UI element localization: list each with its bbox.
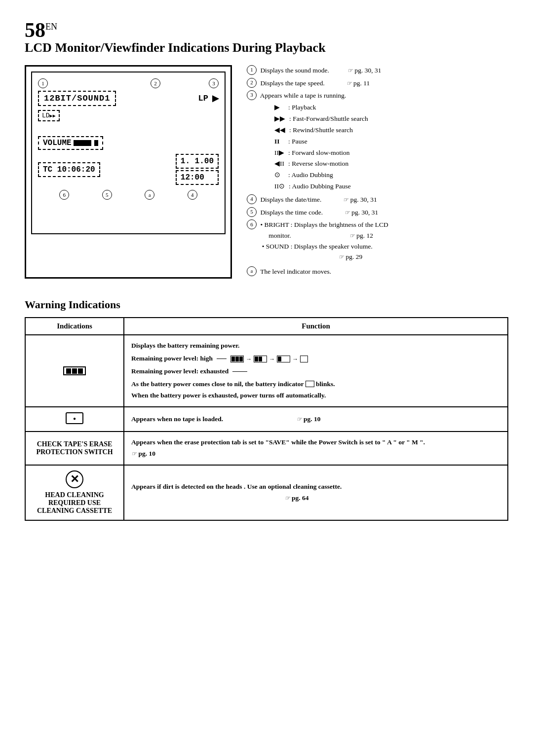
play-icon: ▶ [212,93,219,104]
head-cleaning-function: Appears if dirt is detected on the heads… [124,465,508,520]
callout-5: 5 [102,190,112,200]
time-display-2: 12:00 [176,170,219,185]
no-tape-function: Appears when no tape is loaded. ☞ pg. 10 [124,407,508,432]
battery-icon [63,366,86,375]
table-row-no-tape: ● Appears when no tape is loaded. ☞ pg. … [25,407,508,432]
page-number: 58EN [25,20,508,40]
desc-text-a: The level indicator moves. [259,266,331,277]
check-tape-function: Appears when the erase protection tab is… [124,432,508,465]
warning-table: Indications Function Displays the batter… [25,317,508,521]
table-header-indication: Indications [25,318,124,335]
table-row-battery: Displays the battery remaining power. Re… [25,335,508,407]
check-tape-indication: CHECK TAPE'S ERASEPROTECTION SWITCH [25,432,124,465]
desc-text-5: Displays the time code. ☞ pg. 30, 31 [259,207,378,218]
ld-display: LD▶▶ [38,110,60,121]
desc-callout-5: 5 [247,207,257,217]
table-row-head-cleaning: ✕ HEAD CLEANINGREQUIRED USECLEANING CASS… [25,465,508,520]
page-title: LCD Monitor/Viewfinder Indications Durin… [25,40,508,55]
lcd-diagram: 1 2 3 12BIT/SOUND1 LP ▶ LD▶▶ VOL [25,65,232,279]
tc-display: TC 10:06:20 [38,162,100,177]
circle-x-icon: ✕ [66,470,83,488]
battery-function: Displays the battery remaining power. Re… [124,335,508,407]
callout-6: 6 [59,190,69,200]
desc-text-2: Displays the tape speed. ☞ pg. 11 [259,78,370,89]
warning-section-title: Warning Indications [25,298,508,311]
descriptions-panel: 1 Displays the sound mode. ☞ pg. 30, 31 … [247,65,508,279]
desc-callout-a: a [247,266,257,276]
desc-callout-6: 6 [247,219,257,229]
tape-icon: ● [66,412,83,424]
sound-display: 12BIT/SOUND1 [38,91,116,106]
desc-text-3: Appears while a tape is running. [259,90,346,101]
time-display-1: 1. 1.00 [176,154,219,169]
desc-callout-3: 3 [247,90,257,100]
desc-text-6: • BRIGHT : Displays the brightness of th… [259,219,388,262]
desc-callout-1: 1 [247,65,257,75]
volume-display: VOLUME [38,136,103,150]
callout-a: a [145,190,154,200]
callout-3: 3 [209,78,219,88]
callout-2: 2 [151,78,160,88]
table-header-function: Function [124,318,508,335]
desc-callout-4: 4 [247,194,257,204]
table-row-check-tape: CHECK TAPE'S ERASEPROTECTION SWITCH Appe… [25,432,508,465]
lp-display: LP [198,94,208,103]
desc-text-1: Displays the sound mode. ☞ pg. 30, 31 [259,65,381,76]
head-cleaning-indication: ✕ HEAD CLEANINGREQUIRED USECLEANING CASS… [25,465,124,520]
desc-text-4: Displays the date/time. ☞ pg. 30, 31 [259,194,377,205]
callout-1: 1 [38,78,48,88]
callout-4: 4 [188,190,197,200]
desc-callout-2: 2 [247,78,257,88]
